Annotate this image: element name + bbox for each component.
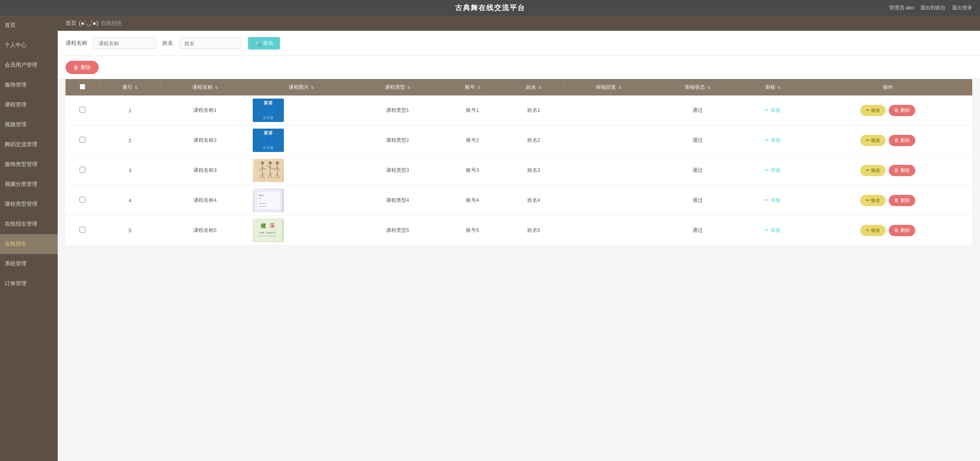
select-all-checkbox[interactable] xyxy=(80,84,85,90)
cell-name-1: 姓名1 xyxy=(503,95,564,125)
sidebar-item-costume-type[interactable]: 服饰类型管理 xyxy=(0,155,58,175)
user-label: 管理员 abo xyxy=(889,4,914,11)
sort-arrow-course-image: ⇅ xyxy=(311,85,314,90)
sidebar-item-online-enroll[interactable]: 在线招生 xyxy=(0,234,58,254)
row-checkbox-4[interactable] xyxy=(80,197,85,203)
cell-course-name-1: 课程名称1 xyxy=(161,95,250,125)
sidebar-item-home[interactable]: 首页 xyxy=(0,16,58,35)
audit-button-3[interactable]: ✏ 审核 xyxy=(765,167,781,174)
logout-link[interactable]: 退出登录 xyxy=(952,4,972,11)
cell-audit-status-2: 通过 xyxy=(653,125,742,155)
edit-button-3[interactable]: ✏ 修改 xyxy=(860,165,886,176)
row-checkbox-1[interactable] xyxy=(80,107,85,113)
table-row: 5 课程名称5 健 乐 古典舞、健身体育节 Dance for Health F… xyxy=(66,215,972,246)
table-row: 1 课程名称1 英语 👤👤 生活通 课程类型1 账号1 姓名1 xyxy=(66,95,972,125)
cell-audit-reply-5 xyxy=(564,215,653,246)
sidebar-item-order[interactable]: 订单管理 xyxy=(0,274,58,294)
course-image-3 xyxy=(253,159,284,182)
action-btns-4: ✏ 修改 🗑 删除 xyxy=(806,195,969,206)
cell-course-type-4: 课程类型4 xyxy=(353,185,442,215)
cell-audit-status-3: 通过 xyxy=(653,155,742,185)
cell-course-name-3: 课程名称3 xyxy=(161,155,250,185)
delete-button-4[interactable]: 🗑 删除 xyxy=(889,195,915,206)
svg-text:乐: 乐 xyxy=(269,223,275,229)
sidebar-item-member[interactable]: 会员用户管理 xyxy=(0,55,58,75)
row-checkbox-5[interactable] xyxy=(80,227,85,233)
cell-course-image-4: have wit ■ ■ ■ ■ ■ ■ ■ ■ ■ ■ ■ ■ xyxy=(250,185,353,215)
sidebar: 首页 个人中心 会员用户管理 服饰管理 课程管理 视频管理 舞蹈交流管理 服饰类… xyxy=(0,16,58,461)
edit-button-5[interactable]: ✏ 修改 xyxy=(860,225,886,236)
sidebar-item-personal[interactable]: 个人中心 xyxy=(0,35,58,55)
delete-button-5[interactable]: 🗑 删除 xyxy=(889,225,915,236)
table-row: 2 课程名称2 英语 👤👤 生活通 课程类型2 账号2 姓名2 xyxy=(66,125,972,155)
cell-action-2: ✏ 修改 🗑 删除 xyxy=(803,125,972,155)
delete-button-2[interactable]: 🗑 删除 xyxy=(889,135,915,146)
batch-delete-label: 删除 xyxy=(81,64,91,71)
sidebar-item-course-type[interactable]: 课程类型管理 xyxy=(0,194,58,214)
sort-arrow-course-name: ⇅ xyxy=(215,85,218,90)
action-bar: 🗑 删除 xyxy=(58,56,980,79)
cell-audit-reply-3 xyxy=(564,155,653,185)
cell-account-3: 账号3 xyxy=(442,155,503,185)
delete-button-1[interactable]: 🗑 删除 xyxy=(889,105,915,116)
search-icon: 🔍 xyxy=(255,41,261,46)
cell-course-image-5: 健 乐 古典舞、健身体育节 Dance for Health Festival xyxy=(250,215,353,246)
sort-arrow-name: ⇅ xyxy=(538,85,541,90)
audit-button-5[interactable]: ✏ 审核 xyxy=(765,227,781,234)
cell-audit-status-1: 通过 xyxy=(653,95,742,125)
course-name-input[interactable] xyxy=(94,38,156,49)
data-table: 索引 ⇅ 课程名称 ⇅ 课程图片 ⇅ 课程类型 ⇅ 账号 ⇅ 姓名 ⇅ 审核回复… xyxy=(66,79,972,246)
cell-name-4: 姓名4 xyxy=(503,185,564,215)
sidebar-item-course[interactable]: 课程管理 xyxy=(0,95,58,115)
col-action: 操作 xyxy=(803,79,972,95)
svg-point-14 xyxy=(276,161,279,164)
cell-course-type-5: 课程类型5 xyxy=(353,215,442,246)
cell-course-type-2: 课程类型2 xyxy=(353,125,442,155)
sidebar-item-system[interactable]: 系统管理 xyxy=(0,254,58,274)
breadcrumb-sep: 在线招生 xyxy=(101,20,122,27)
edit-button-4[interactable]: ✏ 修改 xyxy=(860,195,886,206)
top-header: 古典舞在线交流平台 管理员 abo 退出到前台 退出登录 xyxy=(0,0,980,16)
sort-arrow-course-type: ⇅ xyxy=(407,85,410,90)
svg-text:have: have xyxy=(259,194,264,196)
cell-name-5: 姓名5 xyxy=(503,215,564,246)
cell-action-4: ✏ 修改 🗑 删除 xyxy=(803,185,972,215)
goto-frontend-link[interactable]: 退出到前台 xyxy=(920,4,946,11)
study-svg: have wit ■ ■ ■ ■ ■ ■ ■ ■ ■ ■ ■ ■ xyxy=(255,190,282,211)
action-btns-3: ✏ 修改 🗑 删除 xyxy=(806,165,969,176)
sidebar-item-video[interactable]: 视频管理 xyxy=(0,115,58,135)
search-button[interactable]: 🔍 查询 xyxy=(248,37,280,49)
svg-text:古典舞、健身体育节: 古典舞、健身体育节 xyxy=(259,231,276,234)
row-checkbox-3[interactable] xyxy=(80,167,85,173)
batch-delete-button[interactable]: 🗑 删除 xyxy=(66,61,99,74)
sidebar-item-enrollment[interactable]: 在线招生管理 xyxy=(0,214,58,234)
edit-button-1[interactable]: ✏ 修改 xyxy=(860,105,886,116)
cell-name-2: 姓名2 xyxy=(503,125,564,155)
layout: 首页 个人中心 会员用户管理 服饰管理 课程管理 视频管理 舞蹈交流管理 服饰类… xyxy=(0,16,980,461)
search-label: 查询 xyxy=(263,40,273,47)
table-header-row: 索引 ⇅ 课程名称 ⇅ 课程图片 ⇅ 课程类型 ⇅ 账号 ⇅ 姓名 ⇅ 审核回复… xyxy=(66,79,972,95)
user-actions: 管理员 abo 退出到前台 退出登录 xyxy=(889,4,972,11)
sort-arrow-audit-reply: ⇅ xyxy=(618,85,622,90)
breadcrumb-home: 首页 xyxy=(66,20,76,27)
delete-button-3[interactable]: 🗑 删除 xyxy=(889,165,915,176)
sidebar-item-dance[interactable]: 舞蹈交流管理 xyxy=(0,135,58,155)
edit-button-2[interactable]: ✏ 修改 xyxy=(860,135,886,146)
health-svg: 健 乐 古典舞、健身体育节 Dance for Health Festival xyxy=(255,220,282,241)
cell-audit-5: ✏ 审核 xyxy=(742,215,803,246)
cell-audit-2: ✏ 审核 xyxy=(742,125,803,155)
last-name-label: 姓名 xyxy=(162,40,173,47)
cell-course-image-2: 英语 👤👤 生活通 xyxy=(250,125,353,155)
last-name-input[interactable] xyxy=(179,38,242,49)
svg-point-8 xyxy=(269,161,272,164)
audit-button-1[interactable]: ✏ 审核 xyxy=(765,107,781,114)
col-course-image: 课程图片 ⇅ xyxy=(250,79,353,95)
audit-button-2[interactable]: ✏ 审核 xyxy=(765,137,781,144)
row-checkbox-2[interactable] xyxy=(80,137,85,143)
cell-audit-status-4: 通过 xyxy=(653,185,742,215)
svg-text:■ ■ ■ ■ ■ ■: ■ ■ ■ ■ ■ ■ xyxy=(259,205,267,207)
sidebar-item-costume[interactable]: 服饰管理 xyxy=(0,75,58,95)
col-audit-status: 审核状态 ⇅ xyxy=(653,79,742,95)
audit-button-4[interactable]: ✏ 审核 xyxy=(765,197,781,204)
sidebar-item-video-category[interactable]: 视频分类管理 xyxy=(0,175,58,194)
